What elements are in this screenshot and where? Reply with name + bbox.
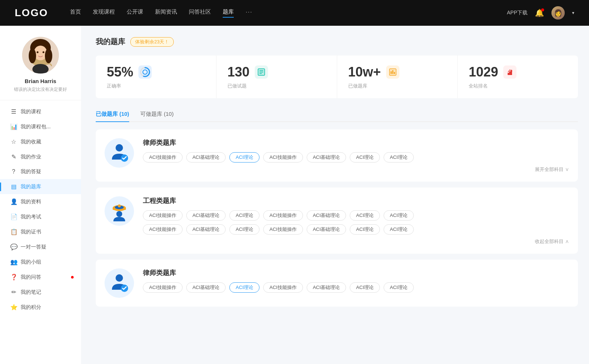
- tag[interactable]: ACI技能操作: [143, 152, 183, 163]
- nav-discover[interactable]: 发现课程: [93, 8, 115, 18]
- tag[interactable]: ACI理论: [384, 224, 414, 235]
- sidebar-item-my-qa[interactable]: ❓ 我的问答: [0, 270, 81, 285]
- sidebar-item-exam[interactable]: 📄 我的考试: [0, 209, 81, 224]
- sidebar-item-homework[interactable]: ✎ 我的作业: [0, 149, 81, 164]
- page: Brian Harris 错误的决定比没有决定要好 ☰ 我的课程 📊 我的课程包…: [0, 26, 589, 364]
- sidebar-item-profile[interactable]: 👤 我的资料: [0, 194, 81, 209]
- tag[interactable]: ACI技能操作: [263, 282, 303, 293]
- sidebar-item-1on1[interactable]: 💬 一对一答疑: [0, 239, 81, 254]
- notification-bell[interactable]: 🔔: [535, 8, 544, 17]
- tag[interactable]: ACI技能操作: [263, 224, 303, 235]
- tag[interactable]: ACI理论: [229, 210, 260, 221]
- tag[interactable]: ACI基础理论: [307, 282, 346, 293]
- sidebar-item-label: 我的资料: [21, 199, 41, 205]
- nav-news[interactable]: 新闻资讯: [155, 8, 177, 18]
- course-icon: ☰: [10, 108, 17, 115]
- sidebar-item-favorites[interactable]: ☆ 我的收藏: [0, 134, 81, 149]
- navbar: LOGO 首页 发现课程 公开课 新闻资讯 问答社区 题库 ··· APP下载 …: [0, 0, 589, 26]
- accuracy-value: 55%: [107, 64, 133, 80]
- tag[interactable]: ACI基础理论: [307, 152, 346, 163]
- bank-icon: ▤: [10, 183, 17, 190]
- tag[interactable]: ACI理论: [350, 224, 380, 235]
- expand-btn-1[interactable]: 展开全部科目 ∨: [143, 166, 569, 173]
- tag[interactable]: ACI基础理论: [186, 210, 226, 221]
- sidebar-item-label: 一对一答疑: [21, 244, 46, 250]
- tag[interactable]: ACI基础理论: [307, 210, 346, 221]
- avatar-chevron-icon[interactable]: ▾: [572, 10, 574, 15]
- sidebar-item-group[interactable]: 👥 我的小组: [0, 254, 81, 270]
- svg-rect-22: [508, 73, 509, 75]
- nav-right: APP下载 🔔 👩 ▾: [507, 6, 574, 19]
- engineer-tags-row2: ACI技能操作 ACI基础理论 ACI理论 ACI技能操作 ACI基础理论 AC…: [143, 224, 569, 235]
- engineer-bank-info: 工程类题库 ACI技能操作 ACI基础理论 ACI理论 ACI技能操作 ACI基…: [143, 196, 569, 245]
- qa-notification-dot: [71, 276, 74, 278]
- lawyer2-icon-wrap: [105, 268, 134, 298]
- sidebar-item-notes[interactable]: ✏ 我的笔记: [0, 285, 81, 300]
- tag[interactable]: ACI理论: [350, 282, 380, 293]
- sidebar-item-label: 我的证书: [21, 229, 41, 235]
- nav-more[interactable]: ···: [246, 8, 253, 18]
- tab-done[interactable]: 已做题库 (10): [96, 107, 129, 122]
- sidebar-item-points[interactable]: ⭐ 我的积分: [0, 300, 81, 315]
- collapse-btn-2[interactable]: 收起全部科目 ∧: [143, 238, 569, 245]
- sidebar-item-course-package[interactable]: 📊 我的课程包...: [0, 119, 81, 134]
- tag[interactable]: ACI理论: [350, 152, 380, 163]
- tag[interactable]: ACI理论: [229, 224, 260, 235]
- nav-home[interactable]: 首页: [70, 8, 81, 18]
- stat-banks: 10w+ 已做题库: [337, 56, 458, 98]
- sidebar-item-label: 我的答疑: [21, 168, 41, 175]
- svg-rect-20: [392, 70, 393, 74]
- questions-icon: [255, 65, 268, 79]
- svg-point-11: [143, 70, 147, 74]
- sidebar-item-label: 我的问答: [21, 274, 41, 281]
- svg-rect-19: [391, 71, 392, 74]
- sidebar-item-questions[interactable]: ? 我的答疑: [0, 164, 81, 179]
- tag[interactable]: ACI理论: [384, 210, 414, 221]
- tag[interactable]: ACI基础理论: [186, 282, 226, 293]
- nav-links: 首页 发现课程 公开课 新闻资讯 问答社区 题库 ···: [70, 8, 492, 18]
- app-download[interactable]: APP下载: [507, 10, 528, 16]
- tag[interactable]: ACI基础理论: [186, 152, 226, 163]
- sidebar-menu: ☰ 我的课程 📊 我的课程包... ☆ 我的收藏 ✎ 我的作业 ? 我的答疑 ▤: [0, 100, 81, 318]
- tag[interactable]: ACI基础理论: [307, 224, 346, 235]
- sidebar-item-bank[interactable]: ▤ 我的题库: [0, 179, 81, 194]
- tag-active[interactable]: ACI理论: [229, 152, 260, 163]
- svg-point-26: [116, 144, 123, 151]
- nav-qa[interactable]: 问答社区: [189, 8, 211, 18]
- sidebar-item-certificate[interactable]: 📋 我的证书: [0, 224, 81, 239]
- tab-todo[interactable]: 可做题库 (10): [140, 107, 174, 122]
- engineer-icon-wrap: [105, 196, 134, 226]
- svg-point-6: [37, 51, 39, 53]
- tag[interactable]: ACI理论: [384, 282, 414, 293]
- tag[interactable]: ACI基础理论: [186, 224, 226, 235]
- tag-active[interactable]: ACI理论: [229, 282, 260, 293]
- profile-avatar: [22, 37, 59, 74]
- lawyer-tags: ACI技能操作 ACI基础理论 ACI理论 ACI技能操作 ACI基础理论 AC…: [143, 152, 569, 163]
- favorites-icon: ☆: [10, 138, 17, 145]
- bank-card-lawyer-2: 律师类题库 ACI技能操作 ACI基础理论 ACI理论 ACI技能操作 ACI基…: [96, 260, 578, 307]
- avatar[interactable]: 👩: [551, 6, 565, 19]
- sidebar-item-label: 我的题库: [21, 183, 41, 190]
- sidebar-item-course[interactable]: ☰ 我的课程: [0, 104, 81, 119]
- svg-point-7: [43, 51, 45, 53]
- tag[interactable]: ACI技能操作: [143, 210, 183, 221]
- tag[interactable]: ACI技能操作: [143, 224, 183, 235]
- tag[interactable]: ACI理论: [384, 152, 414, 163]
- my-qa-icon: ❓: [10, 274, 17, 281]
- sidebar-item-label: 我的收藏: [21, 139, 41, 145]
- nav-bank[interactable]: 题库: [223, 8, 234, 18]
- nav-open[interactable]: 公开课: [127, 8, 143, 18]
- engineer-tags-row1: ACI技能操作 ACI基础理论 ACI理论 ACI技能操作 ACI基础理论 AC…: [143, 210, 569, 221]
- svg-rect-21: [394, 72, 395, 74]
- tag[interactable]: ACI技能操作: [263, 152, 303, 163]
- tag[interactable]: ACI技能操作: [143, 282, 183, 293]
- exam-icon: 📄: [10, 213, 17, 220]
- bank-name-lawyer: 律师类题库: [143, 138, 569, 147]
- bank-name-lawyer2: 律师类题库: [143, 268, 569, 277]
- banks-icon: [386, 65, 399, 79]
- svg-point-5: [45, 49, 52, 63]
- tag[interactable]: ACI理论: [350, 210, 380, 221]
- banks-label: 已做题库: [348, 83, 447, 89]
- tag[interactable]: ACI技能操作: [263, 210, 303, 221]
- stat-questions: 130 已做试题: [216, 56, 337, 98]
